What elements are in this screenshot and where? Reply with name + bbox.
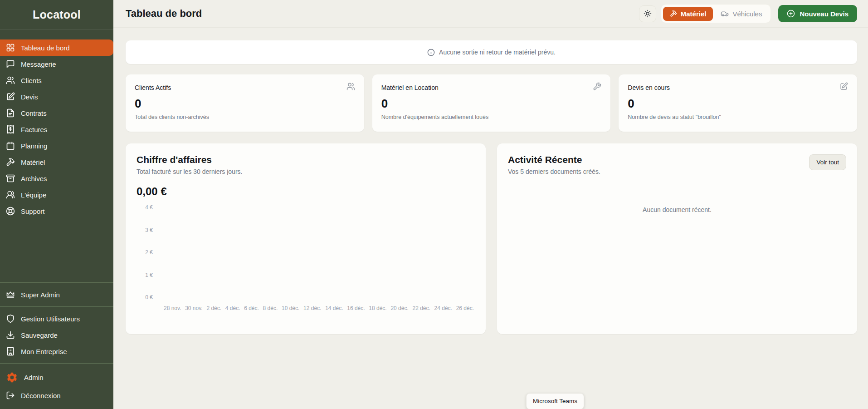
sidebar-item-label: Déconnexion [21,392,61,399]
team-icon [6,190,15,199]
sidebar-item-materiel[interactable]: Matériel [0,154,113,170]
chart-x-tick: 26 déc. [456,305,474,311]
chart-x-tick: 20 déc. [390,305,408,311]
chart-y-tick: 1 € [145,272,153,278]
nouveau-devis-button[interactable]: Nouveau Devis [778,5,857,22]
hammer-icon [6,158,15,167]
mode-toggle-vehicules[interactable]: Véhicules [714,6,769,21]
stat-card-clients-actifs: Clients Actifs 0 Total des clients non-a… [126,74,364,132]
chart-x-axis: 28 nov.30 nov.2 déc.4 déc.6 déc.8 déc.10… [157,301,475,311]
mode-toggle-group: Matériel Véhicules [661,4,771,23]
wrench-icon [593,82,601,91]
sidebar-item-sauvegarde[interactable]: Sauvegarde [0,327,113,343]
chart-x-tick: 16 déc. [347,305,365,311]
notice-banner: Aucune sortie ni retour de matériel prév… [126,40,857,64]
car-icon [721,10,729,18]
receipt-dollar-icon [6,125,15,134]
sidebar-item-label: L'équipe [21,191,46,199]
gear-icon [6,371,18,384]
sidebar-item-tableau-de-bord[interactable]: Tableau de bord [0,39,113,56]
sidebar-item-mon-entreprise[interactable]: Mon Entreprise [0,343,113,360]
sidebar-item-label: Tableau de bord [21,44,70,52]
activity-empty-text: Aucun document récent. [508,206,846,213]
chart-y-tick: 0 € [145,294,153,301]
revenue-chart: 4 €3 €2 €1 €0 € 28 nov.30 nov.2 déc.4 dé… [137,204,475,311]
document-pen-icon [839,82,848,91]
sidebar-item-label: Sauvegarde [21,331,58,339]
chart-x-tick: 6 déc. [244,305,259,311]
notice-banner-text: Aucune sortie ni retour de matériel prév… [439,49,556,56]
sidebar-item-support[interactable]: Support [0,203,113,219]
plus-circle-icon [787,10,795,18]
stats-row: Clients Actifs 0 Total des clients non-a… [126,74,857,132]
sidebar-item-devis[interactable]: Devis [0,89,113,105]
content: Aucune sortie ni retour de matériel prév… [113,28,868,409]
activity-title: Activité Récente [508,154,600,165]
stat-card-devis-en-cours: Devis en cours 0 Nombre de devis au stat… [619,74,857,132]
hammer-icon [670,10,677,17]
crown-icon [6,290,15,299]
bottom-row: Chiffre d'affaires Total facturé sur les… [126,143,857,334]
sidebar-item-planning[interactable]: Planning [0,138,113,154]
sidebar-item-factures[interactable]: Factures [0,121,113,138]
chart-x-tick: 30 nov. [185,305,202,311]
page-title: Tableau de bord [126,8,202,20]
sidebar-item-label: Planning [21,142,47,150]
building-icon [6,347,15,356]
chart-y-tick: 4 € [145,204,153,211]
sun-icon [644,10,652,18]
mode-toggle-materiel[interactable]: Matériel [663,7,713,21]
teams-tooltip: Microsoft Teams [526,393,584,409]
sidebar-item-admin[interactable]: Admin [0,367,113,387]
chart-x-tick: 2 déc. [206,305,221,311]
sidebar-item-label: Matériel [21,158,45,166]
revenue-title: Chiffre d'affaires [137,154,475,165]
chart-plot-area [157,204,475,301]
life-buoy-icon [6,207,15,216]
revenue-total: 0,00 € [137,185,475,198]
chart-x-tick: 8 déc. [263,305,278,311]
document-lines-icon [6,108,15,118]
mode-toggle-label: Véhicules [732,10,762,18]
sidebar-item-equipe[interactable]: L'équipe [0,187,113,203]
sidebar-item-messagerie[interactable]: Messagerie [0,56,113,72]
theme-toggle-button[interactable] [639,5,656,22]
voir-tout-button[interactable]: Voir tout [809,154,846,170]
sidebar-item-label: Super Admin [21,291,60,299]
sidebar-item-label: Mon Entreprise [21,348,67,355]
users-icon [6,76,15,85]
sidebar-item-label: Contrats [21,109,47,117]
sidebar-item-super-admin[interactable]: Super Admin [0,286,113,303]
activity-subtitle: Vos 5 derniers documents créés. [508,168,600,175]
sidebar-item-label: Messagerie [21,60,56,68]
sidebar-item-label: Devis [21,93,38,101]
sidebar-item-deconnexion[interactable]: Déconnexion [0,387,113,404]
chart-x-tick: 28 nov. [164,305,181,311]
chart-x-tick: 4 déc. [225,305,240,311]
sidebar-spacer [0,219,113,282]
sidebar-item-label: Archives [21,175,47,182]
sidebar-item-contrats[interactable]: Contrats [0,105,113,121]
sidebar-item-gestion-utilisateurs[interactable]: Gestion Utilisateurs [0,310,113,327]
topbar: Tableau de bord Matériel Véh [113,0,868,28]
sidebar-item-label: Clients [21,77,42,84]
stat-title: Devis en cours [628,82,670,91]
sidebar-nav: Tableau de bord Messagerie Clients Devis… [0,39,113,219]
chat-bubble-icon [6,59,15,69]
stat-subtitle: Nombre de devis au statut "brouillon" [628,114,848,120]
archive-box-icon [6,174,15,183]
dashboard-grid-icon [6,43,15,52]
stat-title: Clients Actifs [135,82,171,91]
sidebar-item-clients[interactable]: Clients [0,72,113,89]
stat-value: 0 [381,97,602,111]
stat-value: 0 [628,97,848,111]
stat-value: 0 [135,97,355,111]
chart-x-tick: 24 déc. [434,305,452,311]
sidebar-item-archives[interactable]: Archives [0,170,113,187]
sidebar-item-label: Support [21,207,45,215]
stat-title: Matériel en Location [381,82,439,91]
calendar-icon [6,141,15,150]
document-pen-icon [6,92,15,101]
stat-subtitle: Total des clients non-archivés [135,114,355,120]
chart-y-tick: 3 € [145,227,153,233]
